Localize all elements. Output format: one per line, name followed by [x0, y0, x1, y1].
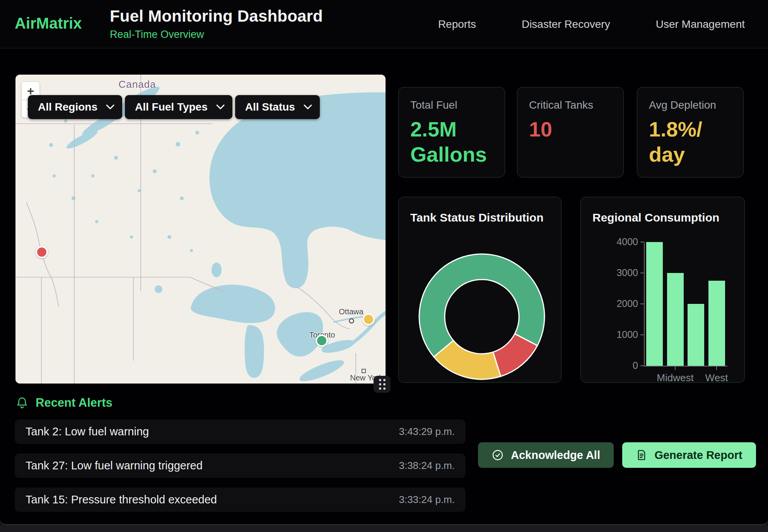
acknowledge-all-button[interactable]: Acknowledge All — [478, 442, 614, 468]
horizontal-scrollbar[interactable] — [0, 526, 768, 532]
stat-label: Total Fuel — [410, 99, 493, 111]
x-tick-label: West — [689, 372, 744, 383]
chevron-down-icon — [304, 104, 312, 110]
chevron-down-icon — [106, 104, 114, 110]
nav-disaster-recovery[interactable]: Disaster Recovery — [522, 18, 610, 31]
title-block: Fuel Monitoring Dashboard Real-Time Over… — [110, 7, 323, 41]
nav-reports[interactable]: Reports — [438, 18, 476, 31]
acknowledge-all-label: Acknowledge All — [511, 449, 600, 462]
dashboard-root: AirMatrix Fuel Monitoring Dashboard Real… — [0, 0, 768, 532]
alert-timestamp: 3:38:24 p.m. — [399, 460, 455, 472]
check-circle-icon — [492, 449, 504, 461]
recent-alerts-title: Recent Alerts — [36, 396, 113, 410]
regional-consumption-chart-card: Regional Consumption 01000200030004000Mi… — [580, 197, 745, 383]
generate-report-button[interactable]: Generate Report — [622, 442, 756, 468]
fuel-map[interactable]: Canada Ottawa Toronto New York + − All R… — [15, 75, 386, 384]
x-axis-line — [644, 366, 727, 367]
regional-consumption-bar-chart: 01000200030004000MidwestWest — [581, 197, 744, 382]
y-tick-mark — [640, 304, 644, 304]
nav-user-management[interactable]: User Management — [656, 18, 745, 31]
fuel-type-filter-value: All Fuel Types — [135, 101, 208, 113]
page-subtitle: Real-Time Overview — [110, 29, 323, 41]
alert-text: Tank 2: Low fuel warning — [26, 425, 149, 438]
app-window: AirMatrix Fuel Monitoring Dashboard Real… — [0, 0, 768, 525]
y-tick-mark — [640, 365, 644, 366]
y-tick-label: 2000 — [588, 298, 638, 309]
stat-value: 2.5M Gallons — [410, 117, 493, 167]
consumption-bar — [646, 242, 663, 366]
chart-title: Tank Status Distribution — [410, 211, 543, 224]
x-tick-mark — [716, 367, 717, 370]
stat-label: Critical Tanks — [529, 99, 612, 111]
consumption-bar — [708, 281, 725, 366]
alert-text: Tank 27: Low fuel warning triggered — [26, 459, 203, 472]
stat-card-critical-tanks: Critical Tanks 10 — [517, 87, 624, 177]
tank-status-chart-card: Tank Status Distribution — [398, 197, 561, 383]
y-tick-mark — [640, 273, 644, 273]
alert-row[interactable]: Tank 2: Low fuel warning 3:43:29 p.m. — [15, 419, 466, 444]
stat-value: 10 — [529, 117, 612, 142]
consumption-bar — [688, 304, 704, 366]
region-filter-value: All Regions — [38, 101, 97, 113]
brand-logo[interactable]: AirMatrix — [15, 15, 82, 32]
y-axis-line — [644, 242, 645, 367]
chevron-down-icon — [216, 104, 225, 110]
y-tick-label: 0 — [588, 360, 638, 371]
bell-icon — [15, 396, 29, 409]
stat-value: 1.8%/day — [649, 117, 709, 167]
alert-row[interactable]: Tank 27: Low fuel warning triggered 3:38… — [15, 454, 466, 478]
map-canvas — [15, 75, 386, 384]
page-title: Fuel Monitoring Dashboard — [110, 7, 323, 26]
map-filters: All Regions All Fuel Types All Status — [28, 95, 320, 119]
y-tick-mark — [640, 334, 644, 335]
y-tick-label: 1000 — [588, 329, 638, 340]
tank-status-donut-chart — [398, 234, 561, 383]
alert-timestamp: 3:33:24 p.m. — [399, 494, 455, 506]
main-nav: Reports Disaster Recovery User Managemen… — [438, 0, 745, 48]
top-bar: AirMatrix Fuel Monitoring Dashboard Real… — [0, 0, 768, 48]
alert-text: Tank 15: Pressure threshold exceeded — [26, 493, 217, 506]
map-resize-grip[interactable] — [374, 376, 391, 393]
tank-marker-normal[interactable] — [316, 334, 328, 347]
status-filter-dropdown[interactable]: All Status — [235, 95, 320, 119]
y-tick-label: 3000 — [588, 267, 638, 278]
x-tick-mark — [675, 367, 676, 370]
y-tick-mark — [640, 242, 644, 242]
alert-row[interactable]: Tank 15: Pressure threshold exceeded 3:3… — [15, 488, 466, 512]
consumption-bar — [667, 273, 684, 366]
y-tick-label: 4000 — [588, 236, 638, 247]
alert-timestamp: 3:43:29 p.m. — [399, 426, 455, 438]
stat-label: Avg Depletion — [649, 99, 732, 111]
tank-marker-warning[interactable] — [362, 313, 375, 326]
generate-report-label: Generate Report — [654, 449, 742, 462]
stat-card-total-fuel: Total Fuel 2.5M Gallons — [398, 87, 505, 177]
document-icon — [636, 449, 647, 461]
fuel-type-filter-dropdown[interactable]: All Fuel Types — [125, 95, 232, 119]
status-filter-value: All Status — [245, 101, 295, 113]
stat-card-avg-depletion: Avg Depletion 1.8%/day — [637, 87, 744, 177]
region-filter-dropdown[interactable]: All Regions — [28, 95, 122, 119]
recent-alerts-header: Recent Alerts — [15, 396, 113, 410]
tank-marker-critical[interactable] — [36, 246, 48, 258]
